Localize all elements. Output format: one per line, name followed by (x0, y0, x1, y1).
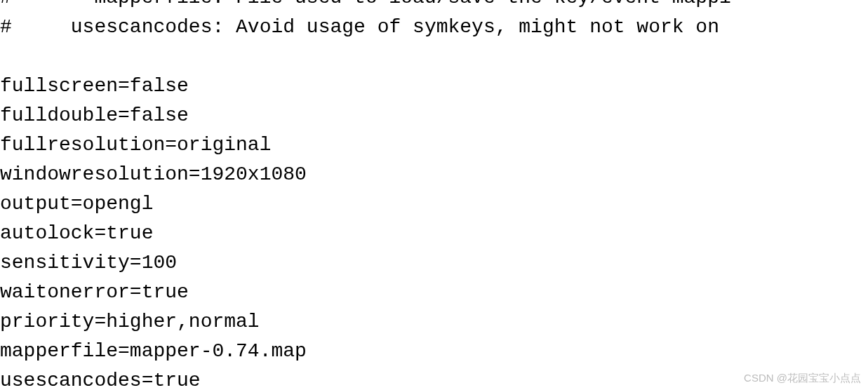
config-sensitivity: sensitivity=100 (0, 248, 868, 278)
comment-line-mapperfile: # mapperfile: File used to load/save the… (0, 0, 868, 13)
config-waitonerror: waitonerror=true (0, 278, 868, 307)
comment-block: # mapperfile: File used to load/save the… (0, 0, 868, 42)
config-priority: priority=higher,normal (0, 307, 868, 337)
watermark-text: CSDN @花园宝宝小点点 (744, 370, 861, 386)
config-usescancodes: usescancodes=true (0, 366, 868, 390)
config-mapperfile: mapperfile=mapper-0.74.map (0, 337, 868, 366)
config-fullresolution: fullresolution=original (0, 130, 868, 160)
comment-line-usescancodes: # usescancodes: Avoid usage of symkeys, … (0, 13, 868, 42)
config-output: output=opengl (0, 189, 868, 219)
config-file-content: # mapperfile: File used to load/save the… (0, 0, 868, 390)
config-windowresolution: windowresolution=1920x1080 (0, 160, 868, 189)
config-fulldouble: fulldouble=false (0, 101, 868, 130)
config-fullscreen: fullscreen=false (0, 72, 868, 101)
config-autolock: autolock=true (0, 219, 868, 248)
